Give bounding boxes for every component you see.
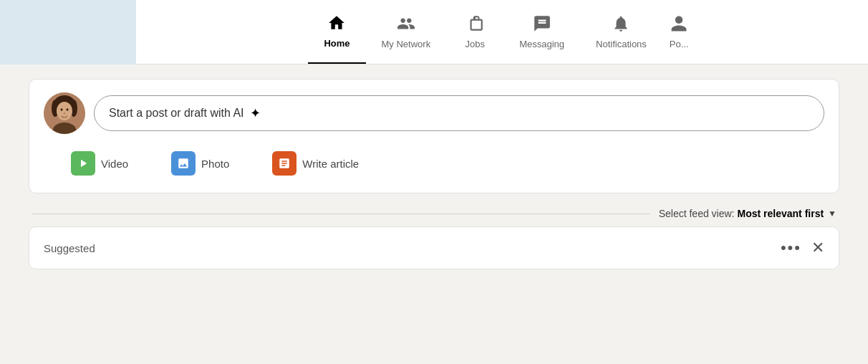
more-options-button[interactable]: ••• bbox=[781, 240, 801, 256]
chevron-down-icon[interactable]: ▼ bbox=[828, 209, 836, 219]
ai-sparkle-icon: ✦ bbox=[250, 105, 261, 121]
post-input-button[interactable]: Start a post or draft with AI ✦ bbox=[94, 95, 824, 131]
suggested-actions: ••• ✕ bbox=[781, 239, 824, 257]
nav-label-jobs: Jobs bbox=[465, 39, 484, 49]
home-icon bbox=[327, 14, 346, 35]
jobs-icon bbox=[466, 14, 484, 36]
video-action-button[interactable]: Video bbox=[49, 145, 150, 181]
me-icon bbox=[670, 14, 688, 36]
post-top-row: Start a post or draft with AI ✦ bbox=[44, 92, 824, 134]
my-network-icon bbox=[397, 14, 415, 36]
post-actions: Video Photo Write article bbox=[44, 145, 824, 181]
main-nav: Home My Network Jobs bbox=[136, 0, 868, 64]
post-input-text: Start a post or draft with AI bbox=[109, 107, 244, 120]
nav-item-me[interactable]: Po... bbox=[662, 0, 696, 64]
notifications-icon bbox=[612, 14, 630, 36]
user-avatar bbox=[44, 92, 85, 134]
svg-point-7 bbox=[64, 112, 66, 115]
photo-label: Photo bbox=[201, 158, 229, 170]
feed-selector-value[interactable]: Most relevant first bbox=[738, 208, 824, 219]
logo-area bbox=[0, 0, 136, 64]
photo-icon bbox=[171, 151, 196, 176]
nav-item-notifications[interactable]: Notifications bbox=[580, 0, 662, 64]
nav-label-notifications: Notifications bbox=[596, 39, 647, 49]
avatar-image bbox=[44, 92, 85, 134]
write-article-action-button[interactable]: Write article bbox=[251, 145, 380, 181]
article-icon bbox=[272, 151, 296, 176]
feed-divider bbox=[32, 214, 650, 214]
nav-item-home[interactable]: Home bbox=[308, 0, 365, 64]
suggested-card: Suggested ••• ✕ bbox=[29, 226, 839, 269]
video-icon bbox=[71, 151, 95, 176]
nav-item-jobs[interactable]: Jobs bbox=[446, 0, 503, 64]
photo-action-button[interactable]: Photo bbox=[150, 145, 251, 181]
nav-label-messaging: Messaging bbox=[519, 39, 564, 49]
nav-label-me: Po... bbox=[670, 39, 689, 49]
main-content: Start a post or draft with AI ✦ Video bbox=[0, 64, 868, 284]
post-creator-card: Start a post or draft with AI ✦ Video bbox=[29, 79, 839, 193]
write-article-label: Write article bbox=[302, 158, 359, 170]
feed-selector-row: Select feed view: Most relevant first ▼ bbox=[29, 201, 839, 226]
svg-point-5 bbox=[61, 108, 63, 111]
feed-selector-label: Select feed view: bbox=[659, 208, 735, 219]
nav-item-messaging[interactable]: Messaging bbox=[503, 0, 580, 64]
nav-item-my-network[interactable]: My Network bbox=[366, 0, 447, 64]
video-label: Video bbox=[101, 158, 128, 170]
svg-point-6 bbox=[67, 108, 69, 111]
header: Home My Network Jobs bbox=[0, 0, 868, 64]
close-button[interactable]: ✕ bbox=[811, 239, 824, 257]
messaging-icon bbox=[533, 14, 551, 36]
suggested-label: Suggested bbox=[44, 242, 95, 254]
nav-label-home: Home bbox=[324, 38, 349, 49]
nav-label-my-network: My Network bbox=[382, 39, 431, 49]
